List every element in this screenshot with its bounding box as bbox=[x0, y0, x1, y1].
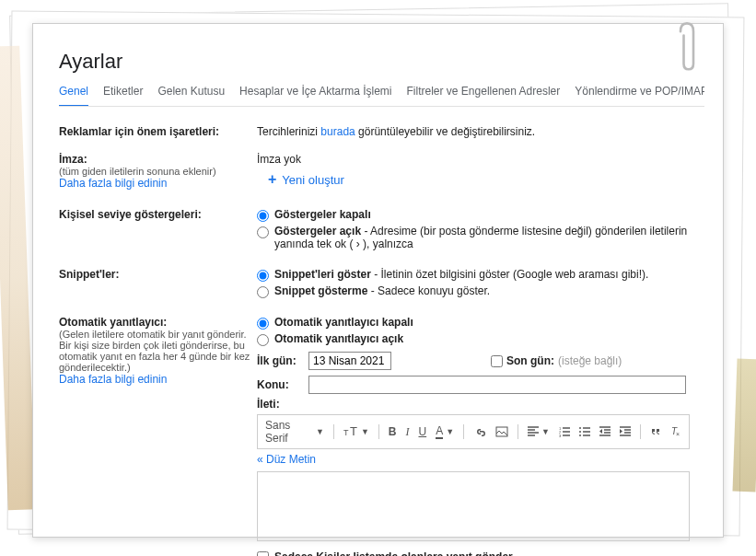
indent-more-icon[interactable] bbox=[620, 426, 631, 437]
snippets-show-radio[interactable] bbox=[257, 270, 269, 282]
importance-link[interactable]: burada bbox=[320, 125, 355, 138]
editor-toolbar: Sans Serif▼ TT▼ B I U A▼ ▼ 123 bbox=[257, 414, 690, 449]
indicators-on-radio[interactable] bbox=[257, 226, 269, 238]
personal-indicators-row: Kişisel seviye göstergeleri: Göstergeler… bbox=[59, 201, 704, 261]
signature-label: İmza: bbox=[59, 153, 257, 166]
quote-icon[interactable] bbox=[650, 426, 661, 437]
vacation-off-radio[interactable] bbox=[257, 318, 269, 330]
first-day-input[interactable] bbox=[308, 352, 391, 370]
svg-point-6 bbox=[579, 427, 581, 429]
image-icon[interactable] bbox=[495, 425, 508, 438]
indent-less-icon[interactable] bbox=[599, 426, 611, 437]
tab-accounts[interactable]: Hesaplar ve İçe Aktarma İşlemi bbox=[239, 85, 391, 106]
font-dropdown[interactable]: Sans Serif▼ bbox=[265, 419, 324, 445]
signature-row: İmza: (tüm giden iletilerin sonuna eklen… bbox=[59, 145, 704, 201]
bullet-list-icon[interactable] bbox=[579, 426, 590, 437]
last-day-checkbox[interactable] bbox=[491, 355, 503, 367]
numbered-list-icon[interactable]: 123 bbox=[559, 426, 570, 437]
first-day-label: İlk gün: bbox=[257, 354, 301, 367]
vacation-learn-link[interactable]: Daha fazla bilgi edinin bbox=[59, 373, 257, 386]
underline-icon[interactable]: U bbox=[418, 425, 426, 438]
font-size-icon[interactable]: TT▼ bbox=[343, 425, 369, 438]
snippets-hide-label: Snippet gösterme bbox=[274, 284, 367, 297]
link-icon[interactable] bbox=[473, 425, 486, 438]
page-title: Ayarlar bbox=[59, 50, 704, 74]
snippets-hide-text: - Sadece konuyu göster. bbox=[367, 284, 490, 297]
new-signature-button[interactable]: + Yeni oluştur bbox=[257, 166, 355, 193]
svg-point-8 bbox=[579, 434, 581, 436]
personal-label: Kişisel seviye göstergeleri: bbox=[59, 208, 202, 221]
vacation-off-label: Otomatik yanıtlayıcı kapalı bbox=[274, 316, 413, 329]
contacts-only-checkbox[interactable] bbox=[257, 551, 269, 557]
tab-filters[interactable]: Filtreler ve Engellenen Adresler bbox=[407, 85, 561, 106]
text-color-icon[interactable]: A▼ bbox=[436, 424, 454, 439]
svg-text:T: T bbox=[350, 425, 357, 438]
bold-icon[interactable]: B bbox=[389, 425, 397, 438]
tab-general[interactable]: Genel bbox=[59, 85, 88, 107]
tab-labels[interactable]: Etiketler bbox=[103, 85, 143, 106]
subject-input[interactable] bbox=[308, 376, 686, 394]
indicators-off-radio[interactable] bbox=[257, 210, 269, 222]
svg-text:T: T bbox=[343, 428, 349, 437]
italic-icon[interactable]: I bbox=[405, 425, 409, 439]
subject-label: Konu: bbox=[257, 378, 301, 391]
message-textarea[interactable] bbox=[257, 471, 690, 541]
snippets-row: Snippet'ler: Snippet'leri göster - İleti… bbox=[59, 261, 704, 308]
plus-icon: + bbox=[268, 171, 276, 188]
svg-text:×: × bbox=[676, 431, 680, 437]
snippets-hide-radio[interactable] bbox=[257, 286, 269, 298]
vacation-on-label: Otomatik yanıtlayıcı açık bbox=[274, 332, 403, 345]
vacation-row: Otomatik yanıtlayıcı: (Gelen iletilere o… bbox=[59, 308, 704, 556]
signature-learn-link[interactable]: Daha fazla bilgi edinin bbox=[59, 177, 257, 190]
settings-page: Ayarlar Genel Etiketler Gelen Kutusu Hes… bbox=[32, 23, 724, 538]
last-day-label: Son gün: bbox=[506, 354, 554, 367]
snippets-show-label: Snippet'leri göster bbox=[274, 268, 371, 281]
new-signature-label: Yeni oluştur bbox=[282, 173, 343, 187]
settings-tabs: Genel Etiketler Gelen Kutusu Hesaplar ve… bbox=[59, 85, 704, 107]
tab-forwarding[interactable]: Yönlendirme ve POP/IMAP bbox=[575, 85, 704, 106]
last-day-placeholder: (isteğe bağlı) bbox=[558, 354, 622, 367]
signature-sub: (tüm giden iletilerin sonuna eklenir) bbox=[59, 166, 257, 177]
signature-status: İmza yok bbox=[257, 153, 704, 166]
plain-text-link[interactable]: « Düz Metin bbox=[257, 453, 316, 466]
importance-text-after: görüntüleyebilir ve değiştirebilirsiniz. bbox=[355, 125, 535, 138]
snippets-label: Snippet'ler: bbox=[59, 268, 120, 281]
vacation-label: Otomatik yanıtlayıcı: bbox=[59, 316, 257, 329]
indicators-off-label: Göstergeler kapalı bbox=[274, 208, 371, 221]
paperclip-decoration bbox=[669, 19, 704, 84]
importance-text-before: Tercihlerinizi bbox=[257, 125, 320, 138]
remove-format-icon[interactable]: T× bbox=[670, 426, 681, 437]
vacation-sub: (Gelen iletilere otomatik bir yanıt gönd… bbox=[59, 329, 257, 373]
tab-inbox[interactable]: Gelen Kutusu bbox=[157, 85, 225, 106]
svg-point-7 bbox=[579, 431, 581, 433]
align-icon[interactable]: ▼ bbox=[528, 426, 550, 437]
importance-label: Reklamlar için önem işaretleri: bbox=[59, 125, 219, 138]
importance-row: Reklamlar için önem işaretleri: Tercihle… bbox=[59, 118, 704, 145]
indicators-on-label: Göstergeler açık bbox=[274, 225, 361, 237]
message-label: İleti: bbox=[257, 398, 704, 411]
snippets-show-text: - İletinin özet bilgisini göster (Google… bbox=[371, 268, 648, 281]
vacation-on-radio[interactable] bbox=[257, 334, 269, 346]
contacts-only-label: Sadece Kişiler listemde olanlara yanıt g… bbox=[274, 550, 513, 556]
svg-text:3: 3 bbox=[559, 434, 562, 437]
